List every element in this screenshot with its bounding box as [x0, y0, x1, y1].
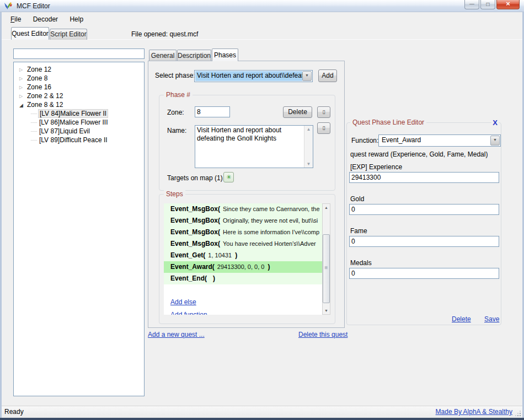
menu-bar: File Decoder Help — [6, 13, 88, 25]
menu-file[interactable]: File — [6, 13, 26, 25]
step-row[interactable]: Event_End() — [164, 273, 322, 284]
tab-phases[interactable]: Phases — [212, 49, 238, 61]
add-phase-button[interactable]: Add — [318, 69, 337, 82]
move-down-button[interactable]: ▯ — [317, 122, 330, 134]
scroll-down-icon[interactable]: ▼ — [304, 161, 313, 166]
gold-field[interactable] — [349, 204, 499, 215]
window-border-bottom — [0, 418, 524, 420]
fame-field[interactable] — [349, 236, 499, 247]
tree-item-lv89[interactable]: [LV 89]Difficult Peace II — [14, 136, 144, 144]
minimize-icon: — — [469, 1, 474, 7]
step-row[interactable]: Event_Get(1, 10431) — [164, 250, 322, 261]
name-label: Name: — [167, 127, 186, 134]
window-title: MCF Editor — [17, 0, 50, 12]
app-window: MCF Editor — □ × File Decoder Help Quest… — [0, 0, 524, 420]
tab-description[interactable]: Description — [177, 50, 211, 61]
targets-icon: ✳ — [226, 174, 231, 180]
add-function-link[interactable]: Add function — [170, 311, 207, 315]
tab-quest-editor[interactable]: Quest Editor — [11, 27, 49, 40]
scroll-up-icon[interactable]: ▲ — [304, 127, 313, 132]
menu-help[interactable]: Help — [65, 13, 88, 25]
title-bar[interactable]: MCF Editor — □ × — [0, 0, 524, 12]
quest-tree[interactable]: ▷Zone 12 ▷Zone 8 ▷Zone 16 ▷Zone 2 & 12 ◢… — [13, 62, 145, 396]
tree-item-zone12[interactable]: ▷Zone 12 — [14, 65, 144, 74]
steps-groupbox-title: Steps — [164, 190, 185, 198]
phase-groupbox: Phase # Zone: Delete ▯ ▯ Name: Visit Hor… — [159, 95, 335, 191]
tree-connector — [31, 140, 37, 141]
scrollbar-thumb[interactable]: ≡ — [323, 234, 330, 303]
tree-connector — [31, 114, 37, 114]
tree-item-zone16[interactable]: ▷Zone 16 — [14, 83, 144, 91]
targets-on-map-button[interactable]: ✳ — [223, 172, 234, 182]
tree-item-lv86[interactable]: [LV 86]Malice Flower III — [14, 118, 144, 127]
step-row[interactable]: Event_MsgBox(You have received Horten's\… — [164, 238, 322, 250]
expander-icon[interactable]: ▷ — [19, 74, 26, 83]
line-editor-groupbox: Quest Phase Line Editor X Function: Even… — [346, 122, 501, 325]
phase-combo-value[interactable]: Visit Horten and report about\\defeating — [195, 71, 302, 81]
tree-connector — [31, 131, 37, 132]
status-text: Ready — [4, 406, 24, 418]
steps-groupbox: Steps Event_MsgBox(Since they came to Ca… — [159, 194, 335, 324]
select-phase-label: Select phase: — [155, 69, 195, 82]
zone-label: Zone: — [167, 109, 184, 116]
credits-link[interactable]: Made By AlphA & Stealthy — [436, 406, 512, 418]
step-row[interactable]: Event_MsgBox(Originally, they were not e… — [164, 215, 322, 227]
function-combobox[interactable]: Event_Award ▼ — [378, 134, 501, 147]
name-scrollbar[interactable]: ▲ ▼ — [304, 126, 313, 168]
function-label: Function: — [351, 137, 378, 144]
scroll-up-icon[interactable]: ▲ — [323, 206, 330, 209]
delete-this-quest-link[interactable]: Delete this quest — [298, 331, 347, 338]
delete-phase-button[interactable]: Delete — [283, 106, 312, 118]
add-new-quest-link[interactable]: Add a new quest ... — [148, 331, 205, 338]
experience-label: [EXP] Experience — [350, 163, 402, 171]
expander-icon[interactable]: ◢ — [19, 101, 26, 110]
close-icon: × — [506, 0, 510, 8]
editor-delete-link[interactable]: Delete — [452, 315, 471, 323]
experience-field[interactable] — [349, 172, 499, 183]
app-icon — [4, 2, 13, 10]
step-row[interactable]: Event_MsgBox(Here is some information I'… — [164, 227, 322, 238]
tab-script-editor[interactable]: Script Editor — [50, 29, 87, 40]
add-else-link[interactable]: Add else — [170, 298, 196, 306]
targets-label: Targets on map (1) — [167, 174, 223, 182]
move-up-button[interactable]: ▯ — [317, 106, 330, 118]
editor-save-link[interactable]: Save — [484, 315, 499, 323]
function-combo-value[interactable]: Event_Award — [379, 136, 490, 146]
gold-label: Gold — [350, 195, 364, 203]
tree-item-zone8-12[interactable]: ◢Zone 8 & 12 — [14, 100, 144, 109]
resize-grip[interactable] — [520, 415, 521, 416]
function-description: quest reward (Experience, Gold, Fame, Me… — [350, 150, 488, 158]
scroll-grip-icon: ≡ — [323, 265, 329, 271]
step-row-selected[interactable]: Event_Award(29413300, 0, 0, 0) — [164, 261, 322, 273]
tree-connector — [31, 122, 37, 123]
close-button[interactable]: × — [496, 0, 520, 9]
scroll-down-icon[interactable]: ▼ — [323, 309, 330, 313]
medals-field[interactable] — [349, 268, 499, 279]
chevron-down-icon[interactable]: ▼ — [302, 71, 312, 81]
steps-scrollbar[interactable]: ▲ ≡ ▼ — [322, 203, 330, 315]
steps-list[interactable]: Event_MsgBox(Since they came to Caernarv… — [164, 203, 322, 315]
expander-icon[interactable]: ▷ — [19, 66, 26, 74]
tree-item-zone2-12[interactable]: ▷Zone 2 & 12 — [14, 91, 144, 100]
maximize-button[interactable]: □ — [480, 0, 495, 9]
maximize-icon: □ — [486, 1, 489, 7]
tree-item-lv84[interactable]: [LV 84]Malice Flower II — [14, 109, 144, 118]
minimize-button[interactable]: — — [464, 0, 479, 9]
step-row[interactable]: Event_MsgBox(Since they came to Caernarv… — [164, 203, 322, 215]
search-input[interactable] — [13, 49, 145, 59]
chevron-down-icon[interactable]: ▼ — [490, 136, 500, 146]
expander-icon[interactable]: ▷ — [19, 83, 26, 92]
expander-icon[interactable]: ▷ — [19, 92, 26, 101]
phase-name-field[interactable]: Visit Horten and report about defeating … — [195, 125, 313, 168]
tree-item-lv87[interactable]: [LV 87]Liquid Evil — [14, 127, 144, 136]
status-bar: Ready Made By AlphA & Stealthy — [2, 406, 522, 418]
tab-general[interactable]: General — [149, 50, 177, 61]
phase-groupbox-title: Phase # — [164, 91, 193, 99]
zone-field[interactable] — [195, 106, 230, 117]
tree-item-zone8[interactable]: ▷Zone 8 — [14, 74, 144, 83]
file-opened-label: File opened: quest.mcf — [131, 30, 198, 38]
medals-label: Medals — [350, 259, 372, 267]
editor-close-icon[interactable]: X — [491, 119, 499, 127]
phase-select-combobox[interactable]: Visit Horten and report about\\defeating… — [194, 70, 313, 82]
menu-decoder[interactable]: Decoder — [28, 13, 63, 25]
